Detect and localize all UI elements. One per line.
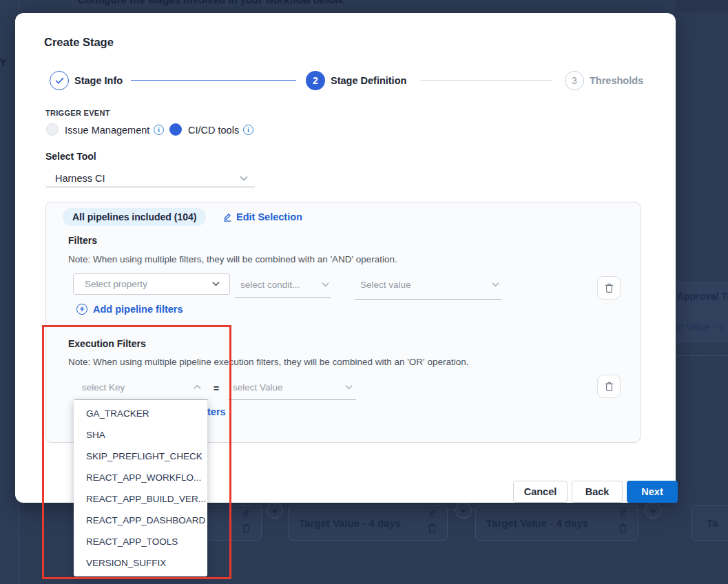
- background-dashed-divider: [676, 355, 728, 356]
- info-icon[interactable]: i: [243, 125, 253, 135]
- select-underline: [228, 399, 356, 400]
- trigger-event-label: TRIGGER EVENT: [45, 109, 110, 117]
- step-number: 3: [572, 75, 577, 86]
- edit-pencil-icon: [428, 508, 437, 517]
- stepper-connector: [131, 80, 296, 81]
- dropdown-option[interactable]: REACT_APP_WORKFLO...: [74, 467, 207, 488]
- add-pipeline-filters-label: Add pipeline filters: [93, 304, 183, 315]
- trash-icon: [618, 523, 627, 534]
- filters-note: Note: When using multiple filters, they …: [68, 254, 397, 264]
- sidebar-text-fragment: Y: [0, 57, 6, 67]
- dropdown-option[interactable]: REACT_APP_BUILD_VER...: [74, 488, 207, 510]
- connector-dash: [259, 509, 265, 510]
- connector-dash: [662, 509, 668, 510]
- add-stage-plus-icon: +: [645, 502, 661, 519]
- filters-title: Filters: [68, 235, 97, 246]
- delete-execution-filter-button[interactable]: [597, 375, 621, 398]
- select-tool-value[interactable]: Harness CI: [55, 173, 105, 184]
- next-button[interactable]: Next: [627, 481, 678, 503]
- select-condition-dropdown[interactable]: select condit...: [240, 280, 300, 290]
- select-value-dropdown[interactable]: Select value: [360, 280, 411, 290]
- select-value-dropdown[interactable]: select Value: [233, 382, 283, 393]
- background-stage-card: Ta: [691, 505, 728, 541]
- plus-circle-icon: +: [76, 304, 87, 315]
- radio-issue-management[interactable]: [46, 123, 59, 136]
- pipelines-included-badge: All pipelines included (104): [63, 208, 206, 226]
- execution-filters-note: Note: When using multiple pipeline execu…: [68, 357, 468, 367]
- background-stage-card: Target Value - 4 days: [288, 505, 448, 541]
- chevron-down-icon[interactable]: [322, 282, 329, 287]
- screen: Y Configure the stages involved in your …: [0, 0, 728, 584]
- background-banner-text: Configure the stages involved in your wo…: [78, 0, 345, 6]
- select-underline: [355, 299, 501, 300]
- select-underline: [45, 187, 255, 187]
- select-underline: [235, 298, 331, 298]
- radio-cicd-tools-label[interactable]: CI/CD tools: [188, 125, 239, 136]
- background-stage-card: [207, 505, 262, 541]
- edit-selection-link[interactable]: Edit Selection: [222, 211, 302, 222]
- dropdown-option[interactable]: GA_TRACKER: [74, 403, 207, 424]
- connector-dash: [637, 509, 643, 510]
- edit-pencil-icon: [618, 508, 627, 517]
- add-pipeline-filters-link[interactable]: + Add pipeline filters: [76, 304, 183, 315]
- dropdown-option[interactable]: SKIP_PREFLIGHT_CHECK: [74, 446, 207, 467]
- info-icon[interactable]: i: [154, 125, 164, 135]
- delete-filter-button[interactable]: [597, 276, 621, 300]
- execution-filters-title: Execution Filters: [68, 338, 146, 349]
- stage-card-label: Target Value - 4 days: [299, 517, 401, 529]
- add-stage-plus-icon: +: [267, 502, 283, 519]
- trash-icon: [605, 283, 614, 293]
- select-key-dropdown-menu: GA_TRACKER SHA SKIP_PREFLIGHT_CHECK REAC…: [74, 400, 207, 576]
- chevron-down-icon: [212, 281, 220, 286]
- cancel-button[interactable]: Cancel: [513, 481, 568, 503]
- dropdown-option[interactable]: REACT_APP_DASHBOARD: [74, 510, 207, 531]
- edit-selection-label: Edit Selection: [236, 211, 302, 222]
- modal-title: Create Stage: [44, 36, 114, 49]
- background-target-text: et Value - 1: [676, 322, 725, 333]
- add-execution-filters-link-fragment[interactable]: ters: [207, 406, 226, 417]
- step-2-active-circle[interactable]: 2: [306, 71, 325, 90]
- stage-card-label: Target Value - 4 days: [486, 517, 588, 529]
- dropdown-option[interactable]: VERSION_SUFFIX: [74, 552, 207, 574]
- edit-pencil-icon: [242, 508, 251, 517]
- background-divider: [676, 452, 728, 453]
- back-button[interactable]: Back: [572, 481, 623, 503]
- step-number: 2: [313, 75, 318, 86]
- step-2-label[interactable]: Stage Definition: [331, 75, 406, 86]
- chevron-up-icon[interactable]: [194, 384, 201, 390]
- trash-icon: [242, 523, 251, 534]
- select-key-dropdown[interactable]: select Key: [82, 382, 125, 393]
- step-3-circle[interactable]: 3: [565, 71, 584, 90]
- step-1-label[interactable]: Stage Info: [74, 75, 123, 86]
- radio-issue-management-label[interactable]: Issue Management: [65, 125, 149, 136]
- equals-sign: =: [214, 383, 219, 394]
- select-property-dropdown[interactable]: Select property: [73, 273, 230, 295]
- select-property-placeholder: Select property: [85, 279, 147, 289]
- edit-pencil-icon: [222, 212, 232, 222]
- background-approval-text: Approval Tir: [677, 291, 728, 302]
- step-3-label[interactable]: Thresholds: [590, 75, 643, 86]
- dropdown-option[interactable]: REACT_APP_TOOLS: [74, 531, 207, 552]
- chevron-down-icon[interactable]: [240, 176, 248, 181]
- step-1-complete-circle[interactable]: [50, 71, 69, 90]
- stage-card-label: Ta: [707, 517, 718, 529]
- chevron-down-icon[interactable]: [492, 282, 499, 287]
- connector-dash: [448, 509, 454, 510]
- dropdown-option[interactable]: SHA: [74, 424, 207, 446]
- select-tool-label: Select Tool: [45, 151, 96, 162]
- chevron-down-icon[interactable]: [345, 384, 353, 390]
- add-stage-plus-icon: +: [455, 502, 472, 519]
- trash-icon: [428, 523, 437, 534]
- radio-cicd-tools[interactable]: [169, 123, 182, 136]
- trash-icon: [605, 382, 614, 392]
- check-icon: [55, 77, 64, 85]
- background-header-band: [676, 0, 728, 12]
- background-stage-card: Target Value - 4 days: [475, 505, 638, 541]
- stepper-connector: [420, 80, 552, 81]
